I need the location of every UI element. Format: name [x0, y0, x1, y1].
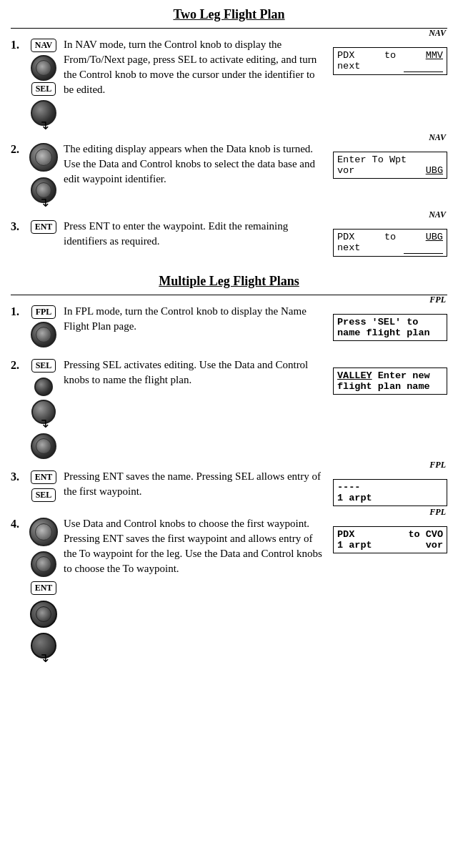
step-icons-2-1: FPL — [28, 305, 59, 347]
data-knob-small-2-2[interactable] — [34, 378, 53, 396]
display-label-1-1: NAV — [429, 28, 446, 39]
step-2-3: 3. ENT SEL Pressing ENT saves the name. … — [11, 469, 447, 506]
step-icons-2-4: ENT ↴ — [28, 518, 59, 664]
display-line-8: name flight plan — [337, 327, 443, 338]
display-label-1-2: NAV — [429, 132, 446, 143]
display-line-3: Enter To Wpt — [337, 154, 443, 165]
knob-inner2-2-4 — [36, 606, 51, 622]
display-line-6: next — [337, 242, 443, 254]
step-1-2: 2. ↴ The editing display appears when th… — [11, 142, 447, 209]
step-content-1-3: Press ENT to enter the waypoint. Edit th… — [64, 219, 447, 257]
step-content-1-1: In NAV mode, turn the Control knob to di… — [64, 37, 447, 97]
display-wrapper-1-1: NAV PDXtoMMV next — [333, 37, 447, 75]
control-knob-2-4[interactable] — [31, 551, 56, 577]
step-1-1: 1. NAV SEL ↴ In NAV mode, turn the Contr… — [11, 37, 447, 132]
data-knob-combo2-2-4[interactable] — [30, 601, 57, 628]
step-icons-1-2: ↴ — [28, 143, 59, 209]
ent-button-2-3[interactable]: ENT — [31, 470, 57, 484]
control-knob-2-2[interactable] — [31, 433, 56, 459]
step-2-4: 4. ENT ↴ Use Data and Control knobs to c… — [11, 516, 447, 664]
display-line-5: PDXtoUBG — [337, 232, 443, 242]
step-display-1-1: PDXtoMMV next — [333, 47, 447, 75]
step-num-2-1: 1. — [11, 305, 24, 318]
step-num-2-2: 2. — [11, 359, 24, 372]
step-text-2-4: Use Data and Control knobs to choose the… — [64, 516, 327, 576]
display-label-2-1: FPL — [429, 295, 446, 305]
control-knob-large[interactable] — [31, 55, 56, 81]
knob-inner — [35, 149, 52, 166]
step-icons-1-1: NAV SEL ↴ — [28, 39, 59, 132]
display-line-1: PDXtoMMV — [337, 50, 443, 61]
display-wrapper-1-2: NAV Enter To Wpt vorUBG — [333, 142, 447, 179]
display-wrapper-2-1: FPL Press 'SEL' to name flight plan — [333, 304, 447, 341]
step-1-3: 3. ENT Press ENT to enter the waypoint. … — [11, 219, 447, 257]
step-display-1-2: Enter To Wpt vorUBG — [333, 152, 447, 179]
step-icons-2-2: SEL ↴ — [28, 359, 59, 459]
step-text-1-1: In NAV mode, turn the Control knob to di… — [64, 37, 327, 97]
step-text-1-2: The editing display appears when the Dat… — [64, 142, 327, 187]
step-content-2-4: Use Data and Control knobs to choose the… — [64, 516, 447, 576]
display-line-11: ---- — [337, 482, 443, 493]
section2-title: Multiple Leg Flight Plans — [11, 274, 447, 289]
divider2 — [11, 295, 447, 295]
step-display-2-3: ---- 1 arpt — [333, 479, 447, 506]
sel-button-2-3[interactable]: SEL — [31, 488, 56, 502]
control-knob-2-1[interactable] — [31, 322, 56, 347]
control-knob-inner-2-1 — [36, 327, 51, 342]
display-line-2: next — [337, 61, 443, 72]
step-content-2-1: In FPL mode, turn the Control knob to di… — [64, 304, 447, 341]
divider1 — [11, 28, 447, 29]
display-line-14: 1 arptvor — [337, 540, 443, 551]
display-label-2-3: FPL — [429, 460, 446, 470]
control-knob-inner — [36, 60, 51, 76]
step-num-1-2: 2. — [11, 143, 24, 156]
ent-button-1-3[interactable]: ENT — [31, 220, 57, 234]
data-knob-combo[interactable] — [29, 143, 58, 172]
fpl-button[interactable]: FPL — [31, 305, 56, 319]
display-line-12: 1 arpt — [337, 493, 443, 503]
data-knob-combo-2-4[interactable] — [29, 518, 58, 546]
step-text-1-3: Press ENT to enter the waypoint. Edit th… — [64, 219, 327, 249]
display-label-1-3: NAV — [429, 209, 446, 220]
step-display-2-4: PDXto CVO 1 arptvor — [333, 526, 447, 553]
step-content-2-2: Pressing SEL activates editing. Use the … — [64, 357, 447, 395]
display-wrapper-2-4: FPL PDXto CVO 1 arptvor — [333, 516, 447, 553]
step-icons-1-3: ENT — [28, 220, 59, 235]
step-icons-2-3: ENT SEL — [28, 470, 59, 503]
step-2-2: 2. SEL ↴ Pressing SEL activates editing.… — [11, 357, 447, 459]
step-num-1-3: 3. — [11, 220, 24, 233]
display-line-7: Press 'SEL' to — [337, 317, 443, 327]
section1-title: Two Leg Flight Plan — [11, 7, 447, 22]
step-display-2-1: Press 'SEL' to name flight plan — [333, 314, 447, 341]
display-line-4: vorUBG — [337, 165, 443, 176]
sel-button-2-2[interactable]: SEL — [31, 359, 56, 373]
step-text-2-1: In FPL mode, turn the Control knob to di… — [64, 304, 327, 334]
step-2-1: 1. FPL In FPL mode, turn the Control kno… — [11, 304, 447, 347]
display-wrapper-2-2: VALLEY Enter new flight plan name — [333, 357, 447, 395]
step-num-2-4: 4. — [11, 518, 24, 531]
ent-button-2-4b[interactable]: ENT — [31, 581, 57, 595]
step-content-1-2: The editing display appears when the Dat… — [64, 142, 447, 187]
display-line-10: flight plan name — [337, 381, 443, 392]
display-line-9: VALLEY Enter new — [337, 370, 443, 381]
step-num-2-3: 3. — [11, 470, 24, 483]
control-knob-inner-2-4 — [36, 556, 51, 572]
knob-inner-2-4 — [35, 523, 52, 541]
step-content-2-3: Pressing ENT saves the name. Pressing SE… — [64, 469, 447, 506]
step-display-1-3: PDXtoUBG next — [333, 229, 447, 257]
display-line-13: PDXto CVO — [337, 529, 443, 540]
display-wrapper-2-3: FPL ---- 1 arpt — [333, 469, 447, 506]
step-display-2-2: VALLEY Enter new flight plan name — [333, 368, 447, 395]
step-text-2-2: Pressing SEL activates editing. Use the … — [64, 357, 327, 388]
display-label-2-4: FPL — [429, 507, 446, 518]
display-wrapper-1-3: NAV PDXtoUBG next — [333, 219, 447, 257]
control-knob-inner-2-2 — [36, 438, 51, 454]
nav-button[interactable]: NAV — [31, 39, 56, 52]
sel-button[interactable]: SEL — [31, 82, 56, 96]
step-num-1-1: 1. — [11, 39, 24, 51]
step-text-2-3: Pressing ENT saves the name. Pressing SE… — [64, 469, 327, 499]
